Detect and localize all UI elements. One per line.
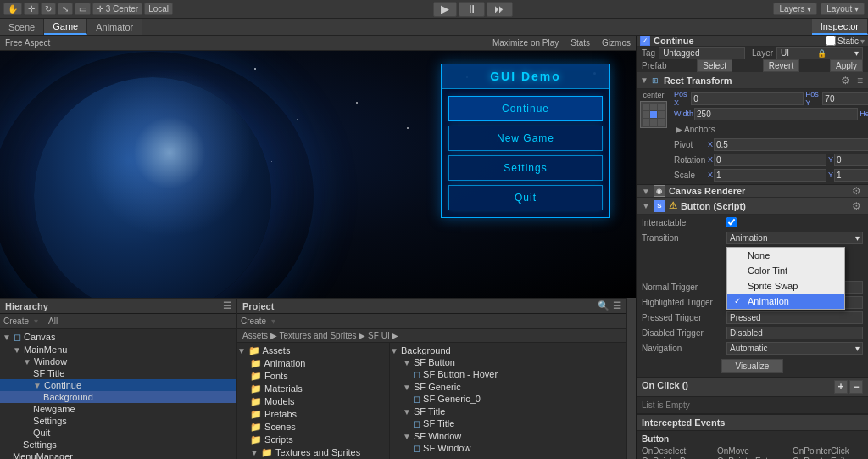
scalex-field[interactable]: 1 — [714, 169, 826, 182]
object-active-checkbox[interactable]: ✓ — [640, 36, 650, 46]
rotx-field[interactable]: 0 — [714, 154, 826, 166]
static-check[interactable] — [826, 36, 836, 46]
file-sftitle[interactable]: ◻ SF Title — [390, 417, 626, 430]
tag-dropdown[interactable]: Untagged — [659, 47, 745, 59]
rect-expand[interactable]: ▼ — [640, 76, 648, 85]
interactable-checkbox[interactable] — [726, 217, 737, 227]
proj-animation[interactable]: 📁 Animation — [237, 357, 389, 370]
tab-animator[interactable]: Animator — [87, 19, 142, 35]
hierarchy-all-btn[interactable]: All — [48, 316, 58, 326]
file-sfwindow-folder[interactable]: ▼ SF Window — [390, 430, 626, 442]
prefab-apply-btn[interactable]: Apply — [830, 59, 863, 72]
proj-models[interactable]: 📁 Models — [237, 395, 389, 408]
hand-tool[interactable]: ✋ — [3, 3, 22, 15]
file-sfwindow[interactable]: ◻ SF Window — [390, 442, 626, 455]
pivot-row: Pivot X 0.5 Y 0.5 — [670, 137, 868, 152]
anchors-expand[interactable]: ▶ — [676, 125, 682, 134]
hierarchy-continue[interactable]: ▼ Continue — [0, 379, 236, 391]
hierarchy-quit[interactable]: Quit — [0, 427, 236, 439]
gui-settings-btn[interactable]: Settings — [448, 155, 603, 181]
local-btn[interactable]: Local — [144, 3, 173, 15]
pause-button[interactable]: ⏸ — [459, 2, 485, 17]
proj-textures[interactable]: ▼ 📁 Textures and Sprites — [237, 446, 389, 459]
scale-tool[interactable]: ⤡ — [58, 3, 73, 15]
hierarchy-create-btn[interactable]: Create — [3, 316, 29, 326]
size-row: Width 250 Height 70 ⊡ R — [670, 106, 868, 121]
posx-field[interactable]: 0 — [691, 92, 804, 105]
button-settings[interactable]: ⚙ — [850, 200, 863, 212]
proj-fonts[interactable]: 📁 Fonts — [237, 370, 389, 383]
transition-colortint[interactable]: Color Tint — [727, 263, 844, 278]
pressed-trigger-field[interactable]: Pressed — [726, 311, 863, 324]
hierarchy-canvas[interactable]: ▼ ◻ Canvas — [0, 331, 236, 344]
gui-continue-btn[interactable]: Continue — [448, 96, 603, 121]
tab-game[interactable]: Game — [44, 19, 87, 35]
file-sfbutton-hover[interactable]: ◻ SF Button - Hover — [390, 368, 626, 381]
width-field[interactable]: 250 — [694, 108, 858, 120]
pivotx-field[interactable]: 0.5 — [714, 138, 868, 151]
hierarchy-background[interactable]: Background — [0, 391, 236, 403]
hierarchy-sftitle[interactable]: SF Title — [0, 367, 236, 379]
rect-menu-btn[interactable]: ≡ — [855, 75, 865, 87]
static-checkbox[interactable]: Static ▾ — [826, 36, 865, 46]
hierarchy-window[interactable]: ▼ Window — [0, 355, 236, 367]
file-sftitle-folder[interactable]: ▼ SF Title — [390, 406, 626, 417]
move-tool[interactable]: ✛ — [24, 3, 39, 15]
maximize-btn[interactable]: Maximize on Play — [492, 38, 559, 48]
layer-label: Layer — [752, 48, 773, 58]
canvas-renderer-expand[interactable]: ▼ — [642, 187, 650, 196]
visualize-btn[interactable]: Visualize — [721, 359, 784, 373]
layer-dropdown[interactable]: UI 🔒 ▾ — [776, 47, 863, 59]
hierarchy-settings2[interactable]: Settings — [0, 439, 236, 451]
left-area: Free Aspect Maximize on Play Stats Gizmo… — [0, 36, 636, 459]
layout-dropdown[interactable]: Layout ▾ — [821, 3, 865, 15]
proj-assets[interactable]: ▼ 📁 Assets — [237, 344, 389, 357]
rect-tool[interactable]: ▭ — [75, 3, 91, 15]
project-create-btn[interactable]: Create — [241, 316, 266, 326]
disabled-trigger-field[interactable]: Disabled — [726, 327, 863, 339]
file-background[interactable]: ▼ Background — [390, 344, 626, 356]
add-onclick-btn[interactable]: + — [834, 380, 848, 394]
gui-quit-btn[interactable]: Quit — [448, 185, 603, 210]
button-expand[interactable]: ▼ — [642, 201, 650, 210]
step-button[interactable]: ⏭ — [487, 2, 513, 17]
aspect-dropdown[interactable]: Free Aspect — [5, 38, 50, 48]
play-button[interactable]: ▶ — [433, 2, 457, 17]
static-dropdown-arrow[interactable]: ▾ — [860, 36, 865, 46]
scaley-field[interactable]: 1 — [834, 169, 868, 182]
roty-field[interactable]: 0 — [834, 154, 868, 166]
prefab-revert-btn[interactable]: Revert — [763, 59, 799, 72]
rotate-tool[interactable]: ↻ — [41, 3, 56, 15]
navigation-dropdown[interactable]: Automatic ▾ — [726, 342, 863, 355]
transition-animation[interactable]: ✓ Animation — [727, 294, 844, 309]
tab-scene[interactable]: Scene — [0, 19, 44, 35]
hierarchy-newgame[interactable]: Newgame — [0, 403, 236, 415]
proj-scripts[interactable]: 📁 Scripts — [237, 434, 389, 446]
transition-dropdown[interactable]: Animation ▾ — [726, 232, 863, 244]
center-btn[interactable]: ✛ 3 Center — [92, 3, 142, 15]
hierarchy-menumanager[interactable]: MenuManager — [0, 451, 236, 459]
remove-onclick-btn[interactable]: − — [849, 380, 863, 394]
proj-materials[interactable]: 📁 Materials — [237, 383, 389, 395]
posy-field[interactable]: 70 — [822, 92, 868, 105]
tab-inspector[interactable]: Inspector — [812, 19, 868, 35]
file-sfgeneric0[interactable]: ◻ SF Generic_0 — [390, 393, 626, 406]
transition-spriteswap[interactable]: Sprite Swap — [727, 278, 844, 294]
rect-settings-btn[interactable]: ⚙ — [839, 75, 852, 87]
canvas-renderer-settings[interactable]: ⚙ — [850, 185, 863, 197]
stats-btn[interactable]: Stats — [570, 38, 590, 48]
prefab-select-btn[interactable]: Select — [697, 59, 732, 72]
proj-scenes[interactable]: 📁 Scenes — [237, 421, 389, 434]
rect-anchor-gizmo[interactable] — [640, 101, 667, 128]
proj-prefabs[interactable]: 📁 Prefabs — [237, 408, 389, 421]
file-sfbutton[interactable]: ▼ SF Button — [390, 356, 626, 368]
hierarchy-mainmenu[interactable]: ▼ MainMenu — [0, 344, 236, 355]
hierarchy-settings[interactable]: Settings — [0, 415, 236, 427]
layers-dropdown[interactable]: Layers ▾ — [773, 3, 817, 15]
project-search-icon[interactable]: 🔍 — [598, 300, 609, 311]
gizmos-btn[interactable]: Gizmos — [602, 38, 631, 48]
scalex-label: X — [708, 171, 713, 179]
transition-none[interactable]: None — [727, 248, 844, 263]
file-sfgeneric[interactable]: ▼ SF Generic — [390, 381, 626, 393]
gui-newgame-btn[interactable]: New Game — [448, 126, 603, 151]
